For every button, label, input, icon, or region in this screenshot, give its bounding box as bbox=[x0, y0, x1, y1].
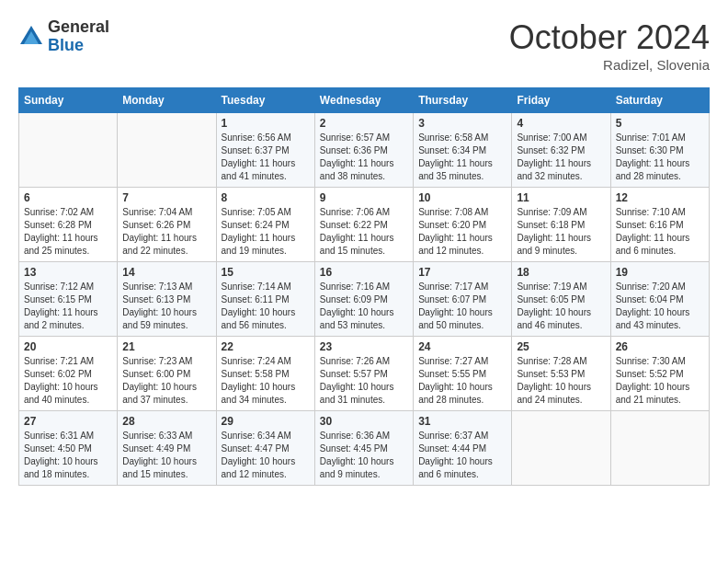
day-number: 16 bbox=[320, 266, 408, 279]
logo-icon bbox=[18, 24, 44, 50]
cell-content: Sunrise: 6:34 AMSunset: 4:47 PMDaylight:… bbox=[222, 430, 310, 481]
cell-content: Sunrise: 7:12 AMSunset: 6:15 PMDaylight:… bbox=[24, 281, 112, 332]
cell-content: Sunrise: 7:28 AMSunset: 5:53 PMDaylight:… bbox=[517, 355, 605, 407]
cell-content: Sunrise: 7:27 AMSunset: 5:55 PMDaylight:… bbox=[418, 355, 506, 407]
cell-content: Sunrise: 7:05 AMSunset: 6:24 PMDaylight:… bbox=[222, 206, 310, 258]
cell-content: Sunrise: 6:33 AMSunset: 4:49 PMDaylight:… bbox=[122, 430, 210, 481]
day-number: 8 bbox=[222, 191, 310, 204]
logo-blue-text: Blue bbox=[48, 37, 109, 55]
day-number: 25 bbox=[517, 340, 605, 353]
calendar-cell: 25Sunrise: 7:28 AMSunset: 5:53 PMDayligh… bbox=[512, 337, 610, 411]
cell-content: Sunrise: 7:30 AMSunset: 5:52 PMDaylight:… bbox=[616, 355, 704, 407]
day-number: 21 bbox=[122, 340, 210, 353]
calendar-cell: 21Sunrise: 7:23 AMSunset: 6:00 PMDayligh… bbox=[118, 337, 216, 411]
cell-content: Sunrise: 7:13 AMSunset: 6:13 PMDaylight:… bbox=[122, 281, 210, 332]
day-number: 19 bbox=[616, 266, 704, 279]
day-number: 23 bbox=[320, 340, 408, 353]
weekday-header-sunday: Sunday bbox=[19, 88, 118, 113]
calendar-cell: 23Sunrise: 7:26 AMSunset: 5:57 PMDayligh… bbox=[314, 337, 413, 411]
calendar-cell: 6Sunrise: 7:02 AMSunset: 6:28 PMDaylight… bbox=[19, 188, 118, 262]
calendar-cell: 16Sunrise: 7:16 AMSunset: 6:09 PMDayligh… bbox=[314, 262, 413, 337]
calendar-cell: 4Sunrise: 7:00 AMSunset: 6:32 PMDaylight… bbox=[512, 113, 610, 188]
calendar-week-row: 1Sunrise: 6:56 AMSunset: 6:37 PMDaylight… bbox=[19, 113, 710, 188]
calendar-cell: 22Sunrise: 7:24 AMSunset: 5:58 PMDayligh… bbox=[216, 337, 314, 411]
calendar-cell: 12Sunrise: 7:10 AMSunset: 6:16 PMDayligh… bbox=[610, 188, 709, 262]
calendar-table: SundayMondayTuesdayWednesdayThursdayFrid… bbox=[18, 87, 710, 486]
calendar-cell: 10Sunrise: 7:08 AMSunset: 6:20 PMDayligh… bbox=[414, 188, 512, 262]
day-number: 11 bbox=[517, 191, 605, 204]
day-number: 26 bbox=[616, 340, 704, 353]
day-number: 22 bbox=[222, 340, 310, 353]
calendar-cell: 5Sunrise: 7:01 AMSunset: 6:30 PMDaylight… bbox=[610, 113, 709, 188]
weekday-header-wednesday: Wednesday bbox=[314, 88, 413, 113]
calendar-week-row: 27Sunrise: 6:31 AMSunset: 4:50 PMDayligh… bbox=[19, 411, 710, 486]
logo-general-text: General bbox=[48, 18, 109, 37]
day-number: 2 bbox=[320, 117, 408, 130]
day-number: 29 bbox=[222, 415, 310, 428]
day-number: 12 bbox=[616, 191, 704, 204]
day-number: 6 bbox=[24, 191, 112, 204]
cell-content: Sunrise: 7:21 AMSunset: 6:02 PMDaylight:… bbox=[24, 355, 112, 407]
calendar-cell: 29Sunrise: 6:34 AMSunset: 4:47 PMDayligh… bbox=[216, 411, 314, 486]
calendar-cell: 15Sunrise: 7:14 AMSunset: 6:11 PMDayligh… bbox=[216, 262, 314, 337]
day-number: 10 bbox=[418, 191, 506, 204]
calendar-cell: 1Sunrise: 6:56 AMSunset: 6:37 PMDaylight… bbox=[216, 113, 314, 188]
calendar-cell: 17Sunrise: 7:17 AMSunset: 6:07 PMDayligh… bbox=[414, 262, 512, 337]
calendar-cell bbox=[610, 411, 709, 486]
month-title: October 2024 bbox=[509, 18, 710, 57]
day-number: 31 bbox=[418, 415, 506, 428]
calendar-cell: 19Sunrise: 7:20 AMSunset: 6:04 PMDayligh… bbox=[610, 262, 709, 337]
calendar-cell: 14Sunrise: 7:13 AMSunset: 6:13 PMDayligh… bbox=[118, 262, 216, 337]
calendar-cell: 13Sunrise: 7:12 AMSunset: 6:15 PMDayligh… bbox=[19, 262, 118, 337]
cell-content: Sunrise: 7:09 AMSunset: 6:18 PMDaylight:… bbox=[517, 206, 605, 258]
cell-content: Sunrise: 7:01 AMSunset: 6:30 PMDaylight:… bbox=[616, 132, 704, 183]
calendar-cell: 31Sunrise: 6:37 AMSunset: 4:44 PMDayligh… bbox=[414, 411, 512, 486]
calendar-week-row: 20Sunrise: 7:21 AMSunset: 6:02 PMDayligh… bbox=[19, 337, 710, 411]
day-number: 5 bbox=[616, 117, 704, 130]
day-number: 7 bbox=[122, 191, 210, 204]
weekday-header-saturday: Saturday bbox=[610, 88, 709, 113]
cell-content: Sunrise: 7:06 AMSunset: 6:22 PMDaylight:… bbox=[320, 206, 408, 258]
calendar-cell: 30Sunrise: 6:36 AMSunset: 4:45 PMDayligh… bbox=[314, 411, 413, 486]
calendar-cell: 8Sunrise: 7:05 AMSunset: 6:24 PMDaylight… bbox=[216, 188, 314, 262]
day-number: 18 bbox=[517, 266, 605, 279]
day-number: 3 bbox=[418, 117, 506, 130]
day-number: 28 bbox=[122, 415, 210, 428]
calendar-cell: 2Sunrise: 6:57 AMSunset: 6:36 PMDaylight… bbox=[314, 113, 413, 188]
cell-content: Sunrise: 7:17 AMSunset: 6:07 PMDaylight:… bbox=[418, 281, 506, 332]
calendar-cell: 18Sunrise: 7:19 AMSunset: 6:05 PMDayligh… bbox=[512, 262, 610, 337]
day-number: 17 bbox=[418, 266, 506, 279]
cell-content: Sunrise: 7:04 AMSunset: 6:26 PMDaylight:… bbox=[122, 206, 210, 258]
calendar-cell: 28Sunrise: 6:33 AMSunset: 4:49 PMDayligh… bbox=[118, 411, 216, 486]
day-number: 4 bbox=[517, 117, 605, 130]
calendar-cell: 20Sunrise: 7:21 AMSunset: 6:02 PMDayligh… bbox=[19, 337, 118, 411]
calendar-cell: 3Sunrise: 6:58 AMSunset: 6:34 PMDaylight… bbox=[414, 113, 512, 188]
day-number: 24 bbox=[418, 340, 506, 353]
calendar-week-row: 6Sunrise: 7:02 AMSunset: 6:28 PMDaylight… bbox=[19, 188, 710, 262]
cell-content: Sunrise: 6:37 AMSunset: 4:44 PMDaylight:… bbox=[418, 430, 506, 481]
logo: General Blue bbox=[18, 18, 109, 55]
day-number: 20 bbox=[24, 340, 112, 353]
cell-content: Sunrise: 6:31 AMSunset: 4:50 PMDaylight:… bbox=[24, 430, 112, 481]
cell-content: Sunrise: 7:19 AMSunset: 6:05 PMDaylight:… bbox=[517, 281, 605, 332]
calendar-cell: 27Sunrise: 6:31 AMSunset: 4:50 PMDayligh… bbox=[19, 411, 118, 486]
calendar-cell bbox=[19, 113, 118, 188]
calendar-cell: 26Sunrise: 7:30 AMSunset: 5:52 PMDayligh… bbox=[610, 337, 709, 411]
calendar-cell bbox=[118, 113, 216, 188]
cell-content: Sunrise: 6:36 AMSunset: 4:45 PMDaylight:… bbox=[320, 430, 408, 481]
cell-content: Sunrise: 7:24 AMSunset: 5:58 PMDaylight:… bbox=[222, 355, 310, 407]
day-number: 1 bbox=[222, 117, 310, 130]
cell-content: Sunrise: 7:14 AMSunset: 6:11 PMDaylight:… bbox=[222, 281, 310, 332]
calendar-cell bbox=[512, 411, 610, 486]
day-number: 14 bbox=[122, 266, 210, 279]
cell-content: Sunrise: 7:10 AMSunset: 6:16 PMDaylight:… bbox=[616, 206, 704, 258]
day-number: 27 bbox=[24, 415, 112, 428]
cell-content: Sunrise: 7:20 AMSunset: 6:04 PMDaylight:… bbox=[616, 281, 704, 332]
calendar-cell: 24Sunrise: 7:27 AMSunset: 5:55 PMDayligh… bbox=[414, 337, 512, 411]
weekday-header-friday: Friday bbox=[512, 88, 610, 113]
day-number: 9 bbox=[320, 191, 408, 204]
calendar-cell: 11Sunrise: 7:09 AMSunset: 6:18 PMDayligh… bbox=[512, 188, 610, 262]
cell-content: Sunrise: 6:58 AMSunset: 6:34 PMDaylight:… bbox=[418, 132, 506, 183]
page-header: General Blue October 2024 Radizel, Slove… bbox=[18, 18, 710, 73]
title-block: October 2024 Radizel, Slovenia bbox=[509, 18, 710, 73]
